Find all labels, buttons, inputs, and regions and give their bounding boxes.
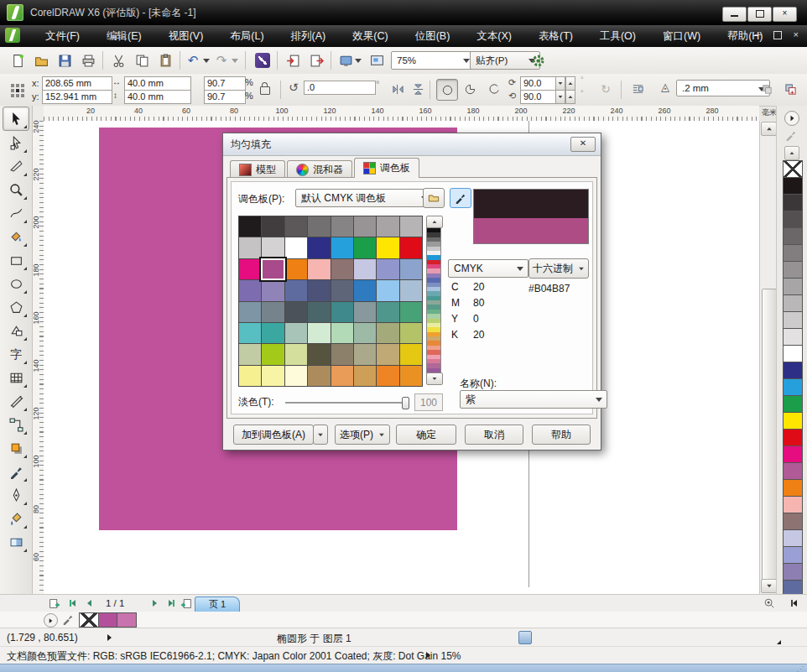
palette-swatch[interactable] xyxy=(783,529,803,547)
menu-item-7[interactable]: 文本(X) xyxy=(463,26,525,47)
search-content-button[interactable] xyxy=(252,49,273,71)
proofing-status-icon[interactable] xyxy=(518,631,532,644)
restore-button[interactable] xyxy=(747,7,772,22)
grid-color-swatch[interactable] xyxy=(400,216,422,237)
menu-item-4[interactable]: 排列(A) xyxy=(278,26,340,47)
grid-color-swatch[interactable] xyxy=(331,216,353,237)
palette-swatch[interactable] xyxy=(783,227,803,245)
grid-color-swatch[interactable] xyxy=(400,302,422,322)
zoom-level-combobox[interactable]: 75% xyxy=(391,51,475,70)
grid-color-swatch[interactable] xyxy=(354,259,376,279)
palette-swatch[interactable] xyxy=(783,177,803,195)
redo-button[interactable]: ↷ xyxy=(213,49,230,71)
grid-color-swatch[interactable] xyxy=(331,302,353,322)
palette-swatch[interactable] xyxy=(783,496,803,513)
scale-v-field[interactable]: 90.7 xyxy=(204,90,246,104)
text-tool[interactable]: 字 xyxy=(3,343,29,366)
scale-h-field[interactable]: 90.7 xyxy=(204,76,246,91)
horizontal-ruler[interactable]: 20406080100120140160180200220240260280 xyxy=(44,106,759,122)
grid-color-swatch[interactable] xyxy=(331,323,353,343)
add-page-end-button[interactable] xyxy=(180,596,194,610)
ellipse-end-angle-field[interactable]: 90.0 xyxy=(520,90,559,104)
options-dropdown-button[interactable]: 选项(P) xyxy=(335,425,390,445)
zoom-tool[interactable] xyxy=(3,179,29,201)
smart-fill-tool[interactable] xyxy=(3,226,29,248)
print-button[interactable] xyxy=(77,49,99,71)
cut-button[interactable] xyxy=(107,49,129,71)
menu-item-9[interactable]: 工具(O) xyxy=(586,26,649,47)
collapse-palette-arrow[interactable] xyxy=(787,596,801,610)
grid-color-swatch[interactable] xyxy=(354,216,376,237)
scroll-down-arrow[interactable] xyxy=(761,579,777,593)
grid-color-swatch[interactable] xyxy=(285,366,307,386)
grid-color-swatch[interactable] xyxy=(262,344,284,364)
grid-color-swatch[interactable] xyxy=(308,302,330,322)
strip-colors[interactable] xyxy=(426,227,441,373)
menu-item-3[interactable]: 布局(L) xyxy=(216,26,277,47)
grid-color-swatch[interactable] xyxy=(377,302,398,322)
palette-scroll-up[interactable] xyxy=(784,146,799,160)
grid-color-swatch[interactable] xyxy=(308,280,330,300)
no-color-swatch[interactable] xyxy=(783,160,803,178)
palette-swatch[interactable] xyxy=(783,294,803,312)
import-button[interactable] xyxy=(282,49,304,71)
grid-color-swatch[interactable] xyxy=(331,344,353,364)
minimize-button[interactable] xyxy=(722,7,747,22)
pie-mode-button[interactable] xyxy=(460,79,480,99)
new-document-button[interactable] xyxy=(7,49,29,71)
grid-color-swatch[interactable] xyxy=(285,259,307,279)
palette-swatch[interactable] xyxy=(783,261,803,279)
grid-color-swatch[interactable] xyxy=(239,216,261,237)
palette-swatch[interactable] xyxy=(783,479,803,497)
grid-color-swatch[interactable] xyxy=(285,323,307,343)
palette-flyout-button[interactable] xyxy=(784,111,799,126)
palette-swatch[interactable] xyxy=(783,546,803,564)
palette-eyedropper-icon[interactable] xyxy=(785,129,797,143)
profile-flyout-arrow[interactable] xyxy=(426,652,430,659)
tab-mixers[interactable]: 混和器 xyxy=(287,160,352,178)
grid-color-swatch[interactable] xyxy=(400,280,422,300)
last-page-button[interactable] xyxy=(164,596,179,610)
grid-color-swatch[interactable] xyxy=(331,237,353,258)
scroll-up-arrow[interactable] xyxy=(761,122,777,136)
palette-swatch[interactable] xyxy=(783,345,803,362)
save-button[interactable] xyxy=(54,49,75,71)
grid-color-swatch[interactable] xyxy=(285,280,307,300)
strip-down-button[interactable] xyxy=(426,372,443,385)
grid-color-swatch[interactable] xyxy=(262,323,284,343)
wells-flyout-button[interactable] xyxy=(44,613,58,628)
menu-item-2[interactable]: 视图(V) xyxy=(155,26,217,47)
palette-swatch[interactable] xyxy=(783,513,803,530)
width-field[interactable]: 40.0 mm xyxy=(124,76,191,91)
coords-flyout-arrow[interactable] xyxy=(107,634,112,641)
no-fill-well[interactable] xyxy=(79,612,99,628)
menu-item-1[interactable]: 编辑(E) xyxy=(93,26,155,47)
open-palette-button[interactable] xyxy=(423,188,445,208)
start-angle-spin-down[interactable] xyxy=(555,76,565,91)
vertical-scrollbar[interactable] xyxy=(759,121,777,594)
grid-color-swatch[interactable] xyxy=(331,280,353,300)
membership-flyout[interactable] xyxy=(777,640,781,644)
color-name-combobox[interactable]: 紫 xyxy=(460,390,607,409)
grid-color-swatch[interactable] xyxy=(354,366,376,386)
ok-button[interactable]: 确定 xyxy=(396,425,456,445)
crop-tool[interactable] xyxy=(3,155,29,178)
start-angle-spin-up[interactable] xyxy=(565,76,575,91)
freehand-tool[interactable] xyxy=(3,202,29,225)
grid-color-swatch[interactable] xyxy=(239,237,261,258)
mirror-horizontal-button[interactable] xyxy=(388,79,408,99)
color-eyedropper-tool[interactable] xyxy=(3,461,29,483)
grid-color-swatch[interactable] xyxy=(377,259,398,279)
menu-item-0[interactable]: 文件(F) xyxy=(32,26,93,47)
grid-color-swatch[interactable] xyxy=(262,237,284,258)
first-page-button[interactable] xyxy=(65,596,80,610)
add-to-palette-button[interactable]: 加到调色板(A) xyxy=(233,425,314,445)
palette-swatch[interactable] xyxy=(783,563,803,581)
doc-close-icon[interactable]: × xyxy=(794,29,799,39)
cancel-button[interactable]: 取消 xyxy=(465,425,523,445)
ellipse-tool[interactable] xyxy=(3,273,29,295)
menu-item-8[interactable]: 表格(T) xyxy=(525,26,586,47)
undo-dropdown[interactable] xyxy=(201,49,211,71)
grid-color-swatch[interactable] xyxy=(400,344,422,364)
tint-slider[interactable] xyxy=(285,402,406,404)
